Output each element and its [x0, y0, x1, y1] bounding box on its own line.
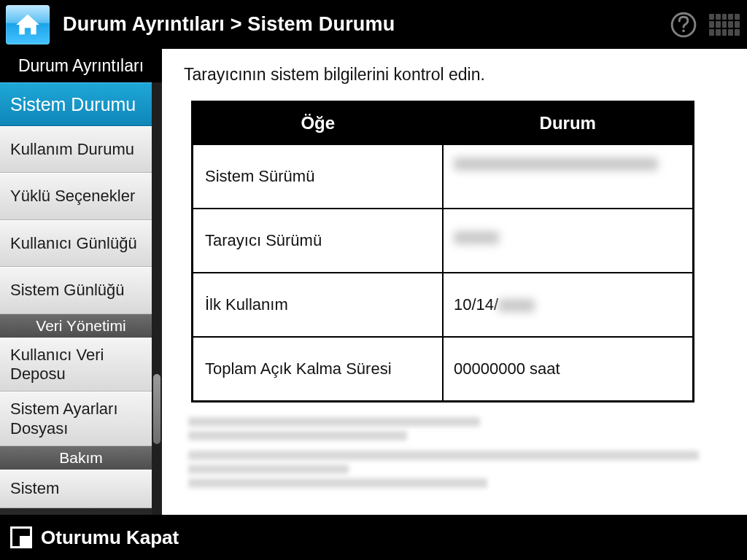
cell-item: İlk Kullanım: [193, 273, 444, 337]
home-button[interactable]: [6, 5, 50, 44]
sidebar-item-label: Kullanıcı Günlüğü: [10, 234, 137, 252]
help-icon: [669, 10, 698, 39]
cell-status: 00000000 saat: [443, 337, 694, 401]
table-row: Tarayıcı Sürümü 0100: [193, 209, 694, 273]
table-row: Sistem Sürümü na001 01.01.01.0045 541 01: [193, 144, 694, 209]
status-value-prefix: 10/14/: [454, 295, 498, 314]
sidebar-item-label: Sistem Durumu: [10, 94, 136, 114]
sidebar-item-label: Sistem Ayarları Dosyası: [10, 400, 118, 437]
sidebar-section-maintenance: Bakım: [0, 446, 162, 470]
body: Durum Ayrıntıları Sistem Durumu Kullanım…: [0, 49, 747, 515]
logout-icon: [10, 526, 32, 548]
col-header-item: Öğe: [193, 102, 444, 145]
sidebar-item-system-status[interactable]: Sistem Durumu: [0, 82, 162, 126]
redacted-value: 0100: [454, 231, 499, 244]
col-header-status: Durum: [443, 102, 694, 145]
breadcrumb: Durum Ayrıntıları > Sistem Durumu: [63, 13, 395, 36]
cell-status: na001 01.01.01.0045 541 01: [443, 144, 694, 209]
svg-point-1: [682, 29, 685, 32]
home-icon: [13, 10, 42, 39]
redacted-value: 0716: [498, 299, 535, 312]
sidebar-item-label: Kullanım Durumu: [10, 140, 134, 158]
redacted-value: na001 01.01.01.0045 541 01: [454, 158, 658, 171]
sidebar-title: Durum Ayrıntıları: [0, 49, 162, 82]
main-content: Tarayıcının sistem bilgilerini kontrol e…: [162, 49, 747, 515]
sidebar-item-system[interactable]: Sistem: [0, 470, 162, 508]
keyboard-icon: [709, 14, 740, 36]
status-value: 00000000 saat: [454, 359, 560, 378]
help-button[interactable]: [664, 6, 703, 44]
cell-status: 0100: [443, 209, 694, 273]
sidebar-item-installed-options[interactable]: Yüklü Seçenekler: [0, 173, 162, 219]
footer: Oturumu Kapat: [0, 515, 747, 560]
header-actions: [664, 6, 744, 44]
cell-item: Toplam Açık Kalma Süresi: [193, 337, 444, 401]
cell-item: Sistem Sürümü: [193, 144, 444, 209]
cell-item: Tarayıcı Sürümü: [193, 209, 444, 273]
sidebar-item-label: Kullanıcı Veri Deposu: [10, 346, 104, 383]
page-instruction: Tarayıcının sistem bilgilerini kontrol e…: [184, 65, 725, 85]
sidebar-scrollbar-thumb[interactable]: [153, 374, 160, 444]
sidebar-item-system-log[interactable]: Sistem Günlüğü: [0, 267, 162, 314]
logout-button[interactable]: Oturumu Kapat: [41, 526, 179, 549]
sidebar: Durum Ayrıntıları Sistem Durumu Kullanım…: [0, 49, 162, 515]
table-row: İlk Kullanım 10/14/0716: [193, 273, 694, 337]
sidebar-scrollbar[interactable]: [152, 82, 162, 515]
sidebar-item-user-data-store[interactable]: Kullanıcı Veri Deposu: [0, 338, 162, 392]
sidebar-item-usage-status[interactable]: Kullanım Durumu: [0, 126, 162, 173]
sidebar-section-data-management: Veri Yönetimi: [0, 314, 162, 338]
legal-footnotes: [188, 417, 725, 488]
sidebar-item-label: Yüklü Seçenekler: [10, 187, 135, 205]
sidebar-item-user-log[interactable]: Kullanıcı Günlüğü: [0, 220, 162, 267]
app-header: Durum Ayrıntıları > Sistem Durumu: [0, 0, 747, 49]
cell-status: 10/14/0716: [443, 273, 694, 337]
status-table: Öğe Durum Sistem Sürümü na001 01.01.01.0…: [191, 101, 694, 402]
table-row: Toplam Açık Kalma Süresi 00000000 saat: [193, 337, 694, 401]
sidebar-item-system-settings-file[interactable]: Sistem Ayarları Dosyası: [0, 392, 162, 446]
sidebar-item-label: Sistem: [10, 479, 59, 497]
sidebar-item-label: Sistem Günlüğü: [10, 281, 125, 299]
keyboard-button[interactable]: [705, 6, 744, 44]
